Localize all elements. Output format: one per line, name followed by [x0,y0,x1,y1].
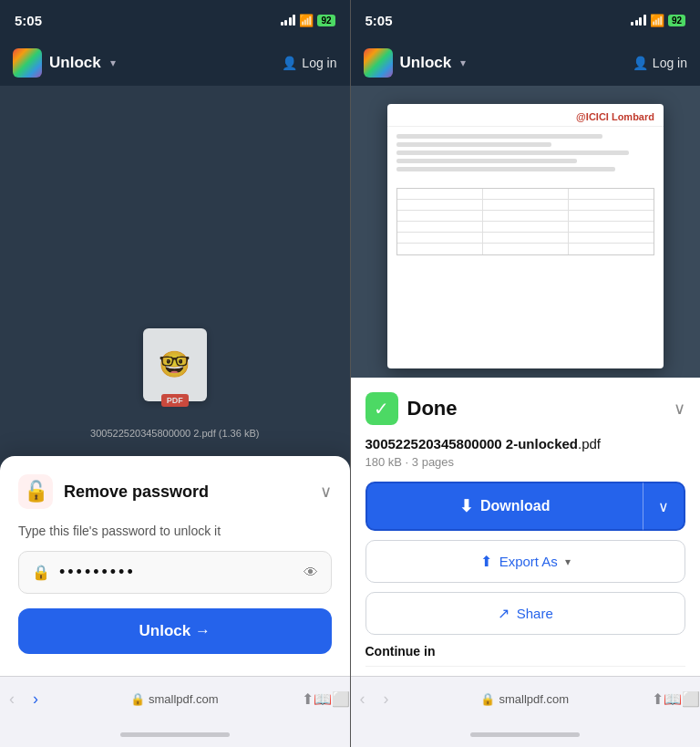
download-icon: ⬇ [459,496,473,516]
export-as-button[interactable]: ⬆ Export As ▾ [365,540,686,583]
lock-icon: 🔓 [18,474,53,509]
url-bar-left[interactable]: 🔒 smallpdf.com [47,692,302,706]
continue-section: Continue in Compress › [365,644,686,676]
share-button-right[interactable]: ⬆ [652,690,664,708]
person-icon-right: 👤 [633,56,648,70]
pdf-face-icon: 🤓 [159,352,190,378]
back-button-right[interactable]: ‹ [351,690,375,709]
doc-table-cell [569,222,654,232]
result-collapse-chevron[interactable]: ∨ [674,399,685,419]
doc-table-row [397,211,654,222]
status-bar-right: 5:05 📶 92 [351,0,701,40]
doc-table-row [397,189,654,200]
pdf-doc-icon: 🤓 PDF [143,328,207,401]
bookmarks-button-right[interactable]: 📖 [664,690,682,708]
password-input-wrap[interactable]: 🔒 👁 [18,551,332,594]
done-label: Done [407,397,458,420]
share-label: Share [517,606,553,621]
url-text-right: 🔒 smallpdf.com [398,692,653,706]
nav-login-left[interactable]: 👤 Log in [282,56,336,70]
doc-table-row [397,200,654,211]
continue-item-compress[interactable]: Compress › [365,666,686,676]
browser-bar-right: ‹ › 🔒 smallpdf.com ⬆ 📖 ⬜ [351,676,701,721]
lock-url-icon-right: 🔒 [480,692,495,706]
doc-line [396,134,603,139]
wifi-icon-right: 📶 [650,14,664,27]
doc-table-cell [483,233,569,243]
doc-table-cell [569,189,654,199]
eye-icon[interactable]: 👁 [304,565,318,581]
doc-table-cell [569,200,654,210]
share-button[interactable]: ↗ Share [365,592,686,635]
nav-login-right[interactable]: 👤 Log in [633,56,687,70]
doc-table-cell [397,200,483,210]
doc-content-lines [387,127,664,182]
result-filename-bold: 300522520345800000 2-unlocked [365,436,579,451]
time-right: 5:05 [365,13,393,28]
password-input[interactable] [59,563,294,582]
url-bar-right[interactable]: 🔒 smallpdf.com [398,692,653,706]
export-arrow-icon: ▾ [565,555,571,568]
sheet-collapse-chevron[interactable]: ∨ [320,482,332,502]
lock-url-icon-left: 🔒 [130,692,145,706]
doc-table-cell [569,211,654,221]
signal-icon-right [631,15,646,26]
home-bar-right [470,732,580,737]
document-preview: @ICICI Lombard [351,86,701,378]
doc-table-row [397,222,654,233]
forward-button-left[interactable]: › [24,690,47,709]
url-text-left: 🔒 smallpdf.com [47,692,302,706]
nav-chevron-right: ▾ [460,57,466,69]
pdf-filename: 300522520345800000 2.pdf (1.36 kB) [90,428,259,439]
browser-bar-left: ‹ › 🔒 smallpdf.com ⬆ 📖 ⬜ [0,676,350,721]
battery-left: 92 [317,15,335,26]
sheet-subtitle: Type this file's password to unlock it [18,524,332,538]
doc-table-cell [483,200,569,210]
doc-line [396,142,551,147]
battery-right: 92 [668,15,685,26]
tabs-button-left[interactable]: ⬜ [332,690,350,708]
nav-left-right: Unlock ▾ [364,48,467,78]
result-filename: 300522520345800000 2-unlocked.pdf [365,436,686,451]
unlock-button[interactable]: Unlock → [18,608,332,654]
continue-label: Continue in [365,644,686,659]
doc-table-cell [397,211,483,221]
content-area-right: @ICICI Lombard [351,86,701,676]
share-button-left[interactable]: ⬆ [302,690,314,708]
status-icons-right: 📶 92 [631,14,685,27]
download-chevron-icon: ∨ [658,499,669,514]
forward-button-right[interactable]: › [375,690,398,709]
lock-small-icon: 🔒 [32,564,50,581]
tabs-button-right[interactable]: ⬜ [682,690,700,708]
person-icon-left: 👤 [282,56,297,70]
status-bar-left: 5:05 📶 92 [0,0,350,40]
time-left: 5:05 [15,13,42,28]
signal-icon-left [281,15,296,26]
url-domain-right: smallpdf.com [499,692,569,706]
download-btn-main: ⬇ Download [380,496,631,516]
doc-table-cell [569,244,654,254]
result-filename-ext: .pdf [578,436,601,451]
back-button-left[interactable]: ‹ [0,690,24,709]
nav-title-left: Unlock [49,54,101,72]
right-phone-panel: 5:05 📶 92 Unlock ▾ 👤 Log in @ICICI Lomba… [351,0,701,747]
download-chevron-button[interactable]: ∨ [643,482,685,531]
doc-line [396,159,577,163]
home-bar-left [120,732,230,737]
doc-table-area [396,188,655,255]
result-header: ✓ Done ∨ [365,392,686,425]
download-button[interactable]: ⬇ Download [365,482,643,531]
doc-table-row [397,244,654,254]
pdf-illustration: 🤓 PDF 300522520345800000 2.pdf (1.36 kB) [90,324,259,439]
home-indicator-left [0,721,350,747]
doc-table-cell [483,189,569,199]
export-as-label: Export As [499,554,558,569]
nav-chevron-left: ▾ [110,57,116,69]
nav-left-left: Unlock ▾ [13,48,116,78]
home-indicator-right [351,721,701,747]
doc-table-cell [483,222,569,232]
pdf-badge: PDF [161,394,189,407]
bookmarks-button-left[interactable]: 📖 [314,690,332,708]
pdf-icon-wrap: 🤓 PDF [139,324,211,406]
doc-table-cell [397,233,483,243]
